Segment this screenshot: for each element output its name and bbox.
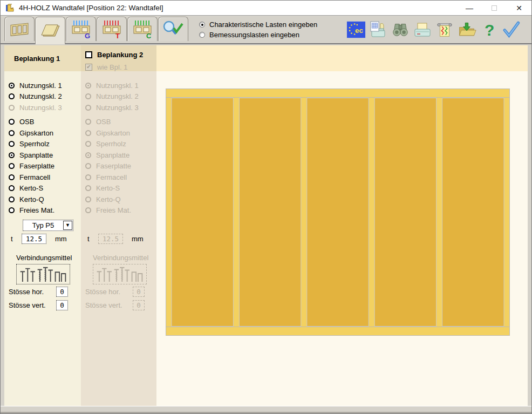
radio-label: Gipskarton (96, 129, 130, 137)
joints-horizontal-label: Stösse hor. (9, 288, 56, 296)
help-button[interactable]: ? (479, 19, 499, 40)
radio-freies-mat[interactable]: Freies Mat. (9, 205, 81, 216)
load-mode-bemessungslasten-eingeben[interactable]: Bemessungslasten eingeben (199, 30, 317, 40)
loads-c-icon: C (130, 19, 155, 39)
radio-label: Gipskarton (19, 129, 53, 137)
close-button[interactable]: ✕ (507, 1, 531, 15)
help-question-icon: ? (481, 19, 496, 40)
load-mode-charakteristische-lasten-eingeben[interactable]: Charakteristische Lasten eingeben (199, 19, 317, 30)
confirm-button[interactable] (501, 19, 521, 40)
radio-kerto-s[interactable]: Kerto-S (9, 183, 81, 194)
load-mode-group: Charakteristische Lasten eingebenBemessu… (199, 19, 317, 40)
radio-sperrholz[interactable]: Sperrholz (9, 139, 81, 150)
radio-icon (9, 141, 15, 147)
thickness-label-2: t (85, 235, 95, 243)
thickness-unit-2: mm (132, 235, 144, 243)
radio-label: Nutzungskl. 3 (96, 104, 139, 112)
svg-text:G: G (85, 32, 90, 39)
radio-spanplatte[interactable]: Spanplatte (9, 150, 81, 161)
radio-label: Fermacell (96, 173, 127, 181)
wall-frame-icon (8, 20, 31, 38)
main-toolbar: G T C (1, 16, 531, 44)
tab-loads-g[interactable]: G (66, 17, 96, 41)
radio-label: Nutzungskl. 1 (19, 82, 62, 90)
thickness-input-2 (98, 234, 123, 244)
loads-t-icon: T (99, 19, 124, 39)
drawing-area (156, 45, 528, 406)
radio-label: Nutzungskl. 2 (96, 92, 139, 100)
tab-planking[interactable] (35, 17, 65, 44)
wie-bpl-checkbox (85, 64, 92, 71)
tab-wall-frame[interactable] (4, 17, 35, 41)
tab-check[interactable] (158, 17, 188, 41)
joints-vertical-label: Stösse vert. (9, 301, 56, 309)
thickness-row-1: t mm (9, 233, 81, 245)
radio-icon (9, 152, 15, 158)
magnifier-check-icon (161, 19, 186, 39)
radio-spanplatte: Spanplatte (85, 150, 156, 161)
window-title: 4H-HOLZ Wandtafel [Position 22: Wandtafe… (19, 4, 163, 12)
beplankung2-panel: Beplankung 2 wie Bpl. 1 Nutzungskl. 1Nut… (81, 45, 156, 406)
radio-nutzungskl-1[interactable]: Nutzungskl. 1 (9, 80, 81, 91)
print-button[interactable] (413, 19, 432, 40)
radio-osb[interactable]: OSB (9, 117, 81, 128)
radio-label: Freies Mat. (96, 206, 131, 214)
radio-icon (9, 105, 15, 111)
beplankung2-enable-checkbox[interactable] (85, 51, 92, 58)
wall-drawing (166, 89, 510, 337)
radio-label: Kerto-S (19, 184, 43, 192)
radio-label: Sperrholz (96, 140, 126, 148)
fasteners-button-1[interactable] (16, 264, 70, 284)
tab-loads-c[interactable]: C (127, 17, 158, 41)
joints-horizontal-input[interactable] (56, 287, 68, 297)
radio-icon (85, 83, 91, 89)
load-mode-label: Bemessungslasten eingeben (209, 31, 299, 39)
radio-fermacell[interactable]: Fermacell (9, 172, 81, 183)
eurocode-ec-icon: ec (346, 19, 366, 40)
radio-icon (9, 196, 15, 202)
radio-icon (85, 207, 91, 213)
print-protocol-icon (369, 19, 388, 40)
plot-button[interactable] (435, 19, 454, 40)
joints-horizontal-row-2: Stösse hor. (85, 285, 156, 298)
material-group-2: OSBGipskartonSperrholzSpanplatteFaserpla… (85, 117, 156, 216)
radio-nutzungskl-3: Nutzungskl. 3 (85, 102, 156, 113)
tab-loads-t[interactable]: T (97, 17, 127, 41)
thickness-label: t (9, 235, 18, 243)
view-tabs: G T C (4, 17, 189, 44)
radio-icon (85, 174, 91, 180)
chevron-down-icon[interactable]: ▼ (63, 221, 72, 230)
radio-kerto-q: Kerto-Q (85, 194, 156, 205)
radio-icon (85, 105, 91, 111)
joints-vertical-row-1: Stösse vert. (9, 298, 81, 311)
radio-gipskarton[interactable]: Gipskarton (9, 127, 81, 139)
radio-label: Faserplatte (19, 162, 54, 170)
plot-curves-icon (435, 19, 454, 40)
save-button[interactable] (457, 19, 476, 40)
radio-kerto-q[interactable]: Kerto-Q (9, 194, 81, 205)
fasteners-button-2 (93, 264, 147, 284)
minimize-button[interactable]: — (457, 1, 482, 15)
material-type-select[interactable]: Typ P5 ▼ (23, 220, 73, 231)
radio-nutzungskl-2: Nutzungskl. 2 (85, 91, 156, 103)
search-button[interactable] (391, 19, 410, 40)
radio-freies-mat: Freies Mat. (85, 205, 156, 216)
radio-label: Nutzungskl. 1 (96, 82, 139, 90)
beplankung2-title: Beplankung 2 (97, 51, 143, 59)
fasteners-label-2: Verbindungsmittel (93, 254, 156, 262)
radio-icon (85, 141, 91, 147)
loads-g-icon: G (69, 19, 93, 39)
joints-vertical-input[interactable] (56, 300, 68, 310)
radio-nutzungskl-2[interactable]: Nutzungskl. 2 (9, 91, 81, 103)
eurocode-button[interactable]: ec (346, 19, 366, 40)
radio-faserplatte[interactable]: Faserplatte (9, 161, 81, 172)
print-protocol-button[interactable] (369, 19, 388, 40)
radio-sperrholz: Sperrholz (85, 139, 156, 150)
printer-icon (413, 19, 432, 40)
radio-label: Fermacell (19, 173, 50, 181)
wall-svg (166, 89, 510, 336)
joints-horizontal-input-2 (133, 287, 145, 297)
thickness-input[interactable] (22, 234, 46, 244)
radio-label: Spanplatte (96, 151, 129, 159)
beplankung2-enable-row: Beplankung 2 (85, 49, 156, 60)
